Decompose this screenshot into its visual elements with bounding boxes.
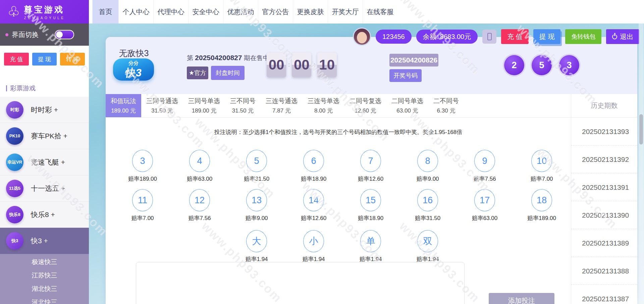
close-time-button[interactable]: 封盘时间 xyxy=(211,66,245,80)
bet-option[interactable]: 7 赔率12.60 xyxy=(342,150,399,183)
play-type-tab[interactable]: 三连号单选 8.00 元 xyxy=(303,94,344,117)
bet-number-circle[interactable]: 11 xyxy=(132,189,153,211)
bet-number-circle[interactable]: 单 xyxy=(360,230,381,252)
bet-number-circle[interactable]: 3 xyxy=(132,150,153,172)
game-icon: 11选5 xyxy=(6,180,23,197)
bet-number-circle[interactable]: 双 xyxy=(417,230,438,252)
history-list[interactable]: 2025021313932025021313922025021313912025… xyxy=(571,118,637,304)
countdown-minutes: 00 xyxy=(292,52,311,77)
user-avatar[interactable] xyxy=(353,28,371,46)
game-panel: 无敌快3 分分 快3 第 202504200827 期在售中 ★官方 封盘时间 … xyxy=(106,37,637,304)
bet-number-circle[interactable]: 4 xyxy=(189,150,210,172)
add-bet-button[interactable]: 添加投注 xyxy=(489,293,554,304)
nav-item[interactable]: 安全中心 xyxy=(188,0,223,24)
interface-toggle-switch[interactable] xyxy=(55,30,74,39)
bet-number-circle[interactable]: 18 xyxy=(531,189,552,211)
nav-item[interactable]: 开奖大厅 xyxy=(328,0,363,24)
nav-item[interactable]: 更换皮肤 xyxy=(293,0,328,24)
sidebar-menu-item[interactable]: 快3 快3 + xyxy=(0,228,89,254)
sidebar-wallet-button[interactable]: 充 值 xyxy=(4,53,29,66)
sidebar-submenu-item[interactable]: 湖北快三 xyxy=(0,282,89,296)
bet-number-circle[interactable]: 14 xyxy=(303,189,324,211)
bet-option[interactable]: 18 赔率189.00 xyxy=(513,189,570,222)
refresh-balance-button[interactable] xyxy=(482,30,496,44)
sidebar-wallet-button[interactable]: 转 账 xyxy=(60,53,85,66)
bet-number-circle[interactable]: 大 xyxy=(246,230,267,252)
bet-number-circle[interactable]: 13 xyxy=(246,189,267,211)
bet-option[interactable]: 14 赔率12.60 xyxy=(285,189,342,222)
bet-number-circle[interactable]: 7 xyxy=(360,150,381,172)
bet-option[interactable]: 8 赔率9.00 xyxy=(399,150,456,183)
bet-option[interactable]: 大 赔率1.94 xyxy=(228,230,285,263)
bet-option[interactable]: 4 赔率63.00 xyxy=(171,150,228,183)
odds-label: 赔率7.56 xyxy=(473,175,496,183)
bet-number-circle[interactable]: 5 xyxy=(246,150,267,172)
nav-item[interactable]: 代理中心 xyxy=(153,0,188,24)
play-type-tab[interactable]: 二不同号 6.30 元 xyxy=(428,94,464,117)
bet-option[interactable]: 9 赔率7.56 xyxy=(456,150,513,183)
page-scrollbar[interactable] xyxy=(639,24,644,304)
nav-item[interactable]: 优惠活动 xyxy=(223,0,258,24)
bet-option[interactable]: 11 赔率7.00 xyxy=(114,189,171,222)
sidebar-wallet-button[interactable]: 提 现 xyxy=(32,53,57,66)
draw-numbers-button[interactable]: 开奖号码 xyxy=(389,69,422,82)
odds-label: 赔率18.90 xyxy=(358,214,384,222)
bet-number-circle[interactable]: 12 xyxy=(189,189,210,211)
sidebar-menu-item[interactable]: 快乐8 快乐8 + xyxy=(0,202,89,228)
sidebar-submenu-item[interactable]: 河北快三 xyxy=(0,296,89,304)
nav-item[interactable]: 在线客服 xyxy=(363,0,397,24)
play-type-tab[interactable]: 三不同号 31.50 元 xyxy=(225,94,261,117)
bet-option[interactable]: 小 赔率1.94 xyxy=(285,230,342,263)
refresh-icon xyxy=(487,33,492,40)
bet-option[interactable]: 17 赔率63.00 xyxy=(456,189,513,222)
bet-option[interactable]: 单 赔率1.94 xyxy=(342,230,399,263)
sidebar-menu-item[interactable]: 幸运VR 竞速飞艇 + xyxy=(0,149,89,175)
sidebar-submenu-item[interactable]: 江苏快三 xyxy=(0,269,89,282)
nav-item[interactable]: 个人中心 xyxy=(118,0,153,24)
draw-ball: 5 xyxy=(532,55,552,75)
bet-option[interactable]: 16 赔率31.50 xyxy=(399,189,456,222)
bet-option[interactable]: 3 赔率189.00 xyxy=(114,150,171,183)
withdraw-button[interactable]: 提 现 xyxy=(533,29,561,44)
bet-number-circle[interactable]: 6 xyxy=(303,150,324,172)
logout-button[interactable]: 退出 xyxy=(606,29,639,44)
scrollbar-thumb[interactable] xyxy=(639,114,643,144)
play-type-tab[interactable]: 三连号通选 7.87 元 xyxy=(261,94,303,117)
play-type-tab[interactable]: 三同号通选 31.50 元 xyxy=(141,94,183,117)
history-panel-title: 历史期数 xyxy=(571,94,637,118)
play-type-tab[interactable]: 二同号单选 63.00 元 xyxy=(386,94,428,117)
sidebar-menu-item[interactable]: 11选5 十一选五 + xyxy=(0,175,89,202)
play-type-tab[interactable]: 三同号单选 189.00 元 xyxy=(183,94,225,117)
nav-item[interactable]: 官方公告 xyxy=(258,0,293,24)
bet-number-circle[interactable]: 17 xyxy=(474,189,495,211)
nav-item[interactable]: 首页 xyxy=(92,0,118,24)
odds-label: 赔率63.00 xyxy=(187,175,213,183)
bet-option[interactable]: 6 赔率18.90 xyxy=(285,150,342,183)
brand-title: 尊宝游戏 xyxy=(24,4,65,15)
bet-option[interactable]: 10 赔率7.00 xyxy=(513,150,570,183)
sidebar-submenu-item[interactable]: 极速快三 xyxy=(0,255,89,269)
sidebar-menu-item[interactable]: 时彩 时时彩 + xyxy=(0,97,89,123)
bet-number-circle[interactable]: 15 xyxy=(360,189,381,211)
recharge-button[interactable]: 充 值 xyxy=(501,29,529,44)
bet-option[interactable]: 12 赔率7.56 xyxy=(171,189,228,222)
bet-option[interactable]: 5 赔率31.50 xyxy=(228,150,285,183)
bet-number-circle[interactable]: 9 xyxy=(474,150,495,172)
history-issue-row: 202502131392 xyxy=(571,145,637,173)
free-wallet-button[interactable]: 免转钱包 xyxy=(565,29,601,44)
brand-logo[interactable]: ♧ 尊宝游戏 ZUNBAOYULE xyxy=(0,0,89,24)
bet-option[interactable]: 双 赔率1.94 xyxy=(399,230,456,263)
play-type-tab[interactable]: 二同号复选 12.60 元 xyxy=(344,94,386,117)
power-icon xyxy=(612,34,617,39)
kuai3-logo-icon[interactable]: 分分 快3 xyxy=(113,58,154,81)
odds-label: 赔率9.00 xyxy=(416,175,439,183)
sidebar-menu-item[interactable]: PK10 赛车PK拾 + xyxy=(0,123,89,149)
bet-number-circle[interactable]: 16 xyxy=(417,189,438,211)
play-type-tab[interactable]: 和值玩法 189.00 元 xyxy=(106,94,141,117)
bet-option[interactable]: 13 赔率9.00 xyxy=(228,189,285,222)
bet-option[interactable]: 15 赔率18.90 xyxy=(342,189,399,222)
bet-number-circle[interactable]: 8 xyxy=(417,150,438,172)
odds-label: 赔率189.00 xyxy=(527,214,556,222)
bet-number-circle[interactable]: 10 xyxy=(531,150,552,172)
bet-number-circle[interactable]: 小 xyxy=(303,230,324,252)
